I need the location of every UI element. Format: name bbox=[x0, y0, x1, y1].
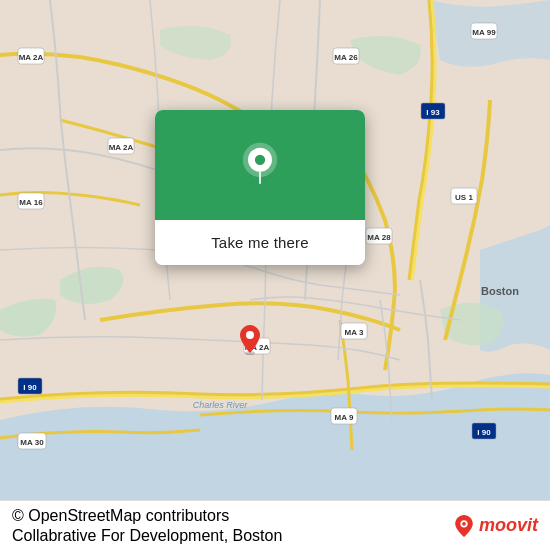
map-location-marker bbox=[240, 325, 260, 355]
svg-text:MA 9: MA 9 bbox=[335, 413, 354, 422]
svg-text:MA 30: MA 30 bbox=[20, 438, 44, 447]
svg-text:MA 99: MA 99 bbox=[472, 28, 496, 37]
svg-text:I 90: I 90 bbox=[477, 428, 491, 437]
location-pin-icon bbox=[236, 141, 284, 189]
popup-green-area bbox=[155, 110, 365, 220]
svg-text:I 90: I 90 bbox=[23, 383, 37, 392]
popup-card: Take me there bbox=[155, 110, 365, 265]
svg-text:MA 2A: MA 2A bbox=[109, 143, 134, 152]
svg-text:Charles River: Charles River bbox=[193, 400, 249, 410]
svg-text:MA 28: MA 28 bbox=[367, 233, 391, 242]
svg-text:MA 3: MA 3 bbox=[345, 328, 364, 337]
svg-text:MA 16: MA 16 bbox=[19, 198, 43, 207]
bottom-bar: © OpenStreetMap contributors Collabrativ… bbox=[0, 500, 550, 550]
map-container: MA 2A MA 2A MA 2A MA 16 MA 28 MA 26 MA 9… bbox=[0, 0, 550, 500]
svg-text:I 93: I 93 bbox=[426, 108, 440, 117]
svg-text:MA 2A: MA 2A bbox=[19, 53, 44, 62]
svg-text:Boston: Boston bbox=[481, 285, 519, 297]
moovit-pin-icon bbox=[453, 515, 475, 537]
svg-point-35 bbox=[246, 331, 254, 339]
location-name: Collabrative For Development, Boston bbox=[12, 527, 282, 545]
take-me-there-button[interactable]: Take me there bbox=[155, 220, 365, 265]
moovit-brand-text: moovit bbox=[479, 515, 538, 536]
svg-text:MA 26: MA 26 bbox=[334, 53, 358, 62]
svg-text:US 1: US 1 bbox=[455, 193, 473, 202]
moovit-logo: moovit bbox=[453, 515, 538, 537]
osm-attribution: © OpenStreetMap contributors bbox=[12, 507, 282, 525]
svg-point-33 bbox=[255, 155, 265, 165]
svg-point-37 bbox=[462, 521, 466, 525]
